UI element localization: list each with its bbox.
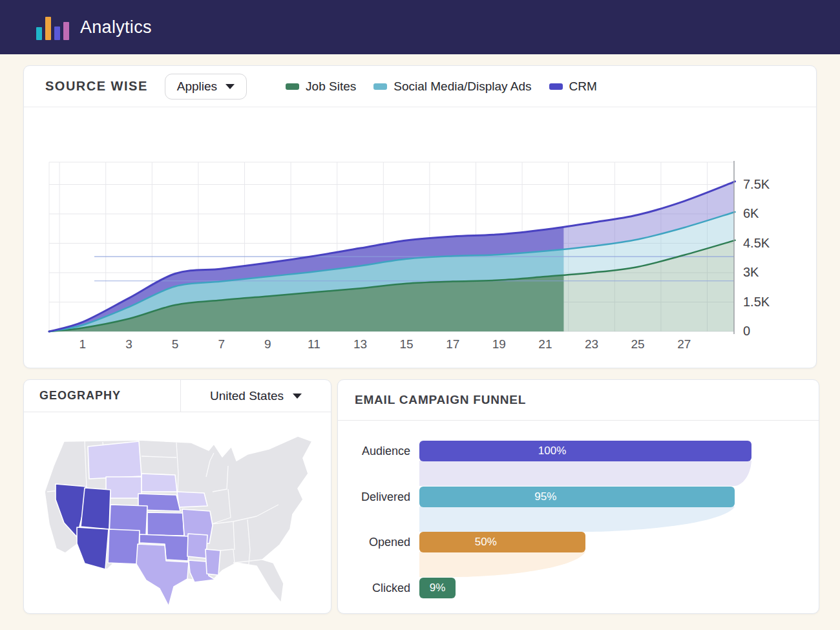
logo-bar: [45, 17, 51, 40]
funnel-stage-label: Delivered: [338, 487, 419, 532]
legend-label: CRM: [569, 79, 597, 94]
stacked-area-chart: 01.5K3K4.5K6K7.5K13579111315171921232527: [24, 107, 817, 368]
state-AZ[interactable]: [77, 527, 109, 569]
logo-bar: [54, 26, 60, 40]
legend-swatch-icon: [373, 83, 387, 90]
x-axis-label: 19: [492, 337, 506, 351]
logo-bar: [36, 27, 42, 40]
x-axis-label: 5: [172, 337, 179, 351]
funnel-connector: [419, 552, 585, 578]
state-AR[interactable]: [187, 534, 207, 558]
chevron-down-icon: [293, 394, 302, 399]
funnel-bar-value: 100%: [538, 445, 566, 457]
y-axis-label: 0: [743, 324, 750, 338]
x-axis-label: 1: [79, 337, 87, 351]
y-axis-label: 6K: [743, 206, 759, 220]
x-axis-label: 15: [400, 337, 414, 351]
x-axis-label: 11: [308, 337, 320, 351]
funnel-connector: [419, 507, 735, 532]
state-NM[interactable]: [108, 529, 140, 564]
funnel-track: 50%: [419, 532, 751, 578]
y-axis-label: 7.5K: [743, 177, 770, 191]
funnel-bar-value: 95%: [534, 490, 556, 503]
funnel-title: EMAIL CAMPAIGN FUNNEL: [355, 393, 526, 407]
funnel-stage-label: Opened: [338, 532, 419, 578]
state-MS[interactable]: [205, 549, 220, 575]
x-axis-label: 27: [677, 337, 691, 351]
funnel-track: 95%: [419, 487, 751, 532]
legend-swatch-icon: [286, 83, 299, 90]
geography-panel: GEOGRAPHY United States: [23, 379, 331, 614]
x-axis-label: 9: [264, 337, 271, 351]
funnel-row: Clicked9%: [338, 578, 819, 614]
legend-label: Job Sites: [306, 79, 356, 94]
legend-item-2[interactable]: CRM: [549, 79, 597, 94]
source-wise-panel: SOURCE WISE Applies Job SitesSocial Medi…: [23, 65, 817, 368]
y-axis-label: 1.5K: [743, 295, 770, 309]
legend-swatch-icon: [549, 83, 563, 90]
x-axis-label: 25: [631, 337, 645, 351]
x-axis-label: 17: [446, 337, 459, 351]
funnel-track: 9%: [419, 578, 751, 614]
area-chart-svg: 01.5K3K4.5K6K7.5K13579111315171921232527: [24, 107, 817, 368]
funnel-chart: Audience100%Delivered95%Opened50%Clicked…: [338, 421, 819, 614]
state-MT[interactable]: [88, 441, 142, 479]
geography-header: GEOGRAPHY United States: [24, 380, 331, 412]
email-campaign-funnel-panel: EMAIL CAMPAIGN FUNNEL Audience100%Delive…: [337, 379, 819, 614]
analytics-logo-icon: [36, 14, 69, 40]
country-dropdown[interactable]: United States: [181, 380, 331, 412]
legend-label: Social Media/Display Ads: [394, 79, 531, 94]
state-IA[interactable]: [177, 492, 207, 507]
geography-title: GEOGRAPHY: [39, 389, 121, 403]
chart-legend: Job SitesSocial Media/Display AdsCRM: [286, 79, 597, 94]
app-title: Analytics: [80, 17, 152, 37]
country-dropdown-label: United States: [210, 389, 284, 403]
x-axis-label: 13: [353, 337, 367, 351]
funnel-stage-label: Audience: [338, 441, 419, 487]
state-KS[interactable]: [147, 512, 184, 536]
x-axis-label: 23: [585, 337, 598, 351]
funnel-bar-value: 50%: [475, 536, 497, 549]
x-axis-label: 3: [125, 337, 132, 351]
us-choropleth-map: [24, 412, 331, 613]
chevron-down-icon: [226, 84, 235, 89]
funnel-row: Audience100%: [338, 441, 819, 487]
funnel-bar-value: 9%: [430, 582, 446, 594]
top-navbar: Analytics: [0, 0, 840, 54]
x-axis-label: 7: [218, 337, 225, 351]
state-WY[interactable]: [106, 477, 142, 498]
applies-dropdown[interactable]: Applies: [165, 74, 247, 100]
funnel-header: EMAIL CAMPAIGN FUNNEL: [338, 380, 819, 421]
source-wise-header: SOURCE WISE Applies Job SitesSocial Medi…: [24, 66, 816, 107]
funnel-connector: [419, 461, 751, 487]
funnel-bar-delivered: 95%: [419, 487, 735, 507]
y-axis-label: 4.5K: [743, 236, 770, 250]
logo-bar: [63, 22, 69, 40]
funnel-bar-opened: 50%: [419, 532, 585, 552]
source-wise-title: SOURCE WISE: [45, 79, 148, 94]
y-axis-label: 3K: [743, 265, 759, 279]
funnel-bar-audience: 100%: [419, 441, 751, 461]
x-axis-label: 21: [538, 337, 552, 351]
legend-item-1[interactable]: Social Media/Display Ads: [373, 79, 531, 94]
funnel-stage-label: Clicked: [338, 578, 419, 614]
state-SD[interactable]: [142, 474, 177, 492]
funnel-bar-clicked: 9%: [419, 578, 456, 598]
legend-item-0[interactable]: Job Sites: [286, 79, 356, 94]
funnel-row: Opened50%: [338, 532, 819, 578]
funnel-row: Delivered95%: [338, 487, 819, 532]
state-UT[interactable]: [81, 488, 110, 529]
funnel-track: 100%: [419, 441, 751, 487]
applies-dropdown-label: Applies: [177, 79, 217, 94]
